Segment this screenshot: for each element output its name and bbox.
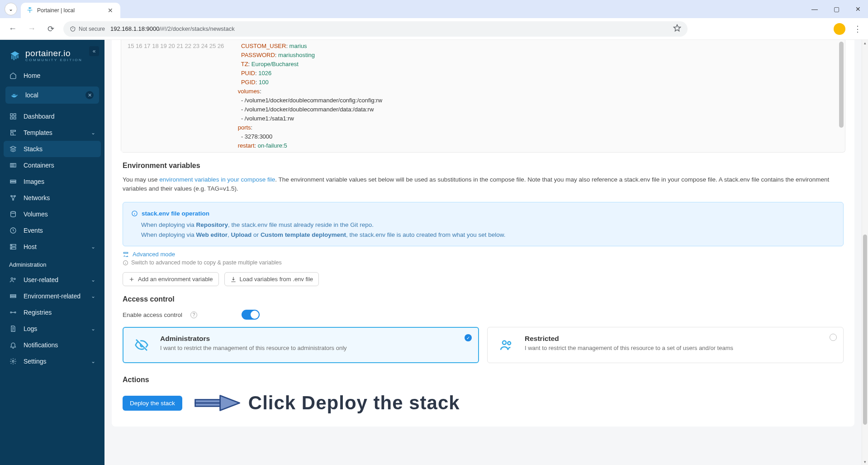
sidebar-item-registries[interactable]: Registries [0,304,104,321]
svg-point-16 [11,248,12,249]
sidebar-admin-label: Administration [0,255,104,272]
svg-rect-3 [10,117,13,119]
sidebar-item-label: Registries [24,309,52,316]
bell-icon [9,341,17,349]
sidebar-item-environment-related[interactable]: Environment-related⌄ [0,288,104,304]
radio-unchecked-icon [830,334,837,341]
compose-editor[interactable]: 15 16 17 18 19 20 21 22 23 24 25 26 CUST… [121,40,845,153]
advanced-mode-hint: Switch to advanced mode to copy & paste … [123,259,844,266]
tab-title: Portainer | local [37,7,75,14]
sidebar-item-stacks[interactable]: Stacks [4,141,101,157]
sidebar-item-images[interactable]: Images [0,173,104,190]
svg-point-10 [13,199,14,201]
add-env-variable-button[interactable]: Add an environment variable [123,272,219,286]
portainer-favicon [26,7,33,14]
tab-strip: ⌄ Portainer | local ✕ — ▢ ✕ [0,0,868,18]
editor-body[interactable]: CUSTOM_USER: marius PASSWORD: mariushost… [231,40,382,152]
window-close-icon[interactable]: ✕ [853,5,863,13]
tutorial-annotation: Click Deploy the stack [193,390,460,416]
sidebar-item-dashboard[interactable]: Dashboard [0,108,104,125]
window-minimize-icon[interactable]: — [809,5,820,13]
dashboard-icon [9,113,17,120]
sidebar-item-containers[interactable]: Containers [0,157,104,173]
sidebar-home-label: Home [24,72,40,79]
main-scrollbar[interactable]: ▴ ▾ [862,40,868,465]
window-maximize-icon[interactable]: ▢ [831,5,842,13]
sidebar-item-label: User-related [24,276,58,283]
reload-button[interactable]: ⟳ [44,23,57,35]
info-title: stack.env file operation [131,209,835,219]
access-administrators-card[interactable]: Administrators I want to restrict the ma… [123,327,479,363]
svg-point-27 [508,342,511,345]
sidebar-item-label: Host [24,243,37,250]
sidebar-item-label: Notifications [24,341,58,349]
back-button[interactable]: ← [6,23,19,35]
editor-scrollbar-thumb[interactable] [839,42,844,128]
sidebar-item-networks[interactable]: Networks [0,190,104,206]
sidebar-item-host[interactable]: Host⌄ [0,239,104,255]
svg-rect-6 [10,180,16,182]
address-bar[interactable]: Not secure 192.168.1.18:9000/#!/2/docker… [63,21,688,37]
users-icon [9,276,17,283]
sidebar-item-label: Stacks [24,145,43,153]
chevron-down-icon: ⌄ [91,326,95,332]
access-restricted-card[interactable]: Restricted I want to restrict the manage… [487,327,844,363]
eye-off-icon [131,335,152,355]
sidebar-item-notifications[interactable]: Notifications [0,337,104,353]
sidebar-item-volumes[interactable]: Volumes [0,206,104,222]
environment-variables-section: Environment variables You may use enviro… [112,153,854,286]
env-title: Environment variables [123,162,844,170]
help-icon[interactable]: ? [190,312,197,318]
registries-icon [9,309,17,316]
advanced-mode-link[interactable]: Advanced mode [123,251,844,258]
sidebar-home[interactable]: Home [0,67,104,84]
sidebar-item-label: Containers [24,162,54,169]
events-icon [9,227,17,234]
window-controls: — ▢ ✕ [809,5,863,13]
sidebar-environment[interactable]: local ✕ [5,86,99,104]
portainer-logo-icon [9,50,21,62]
security-indicator[interactable]: Not secure [70,26,105,32]
sidebar-item-label: Images [24,178,44,185]
browser-tab[interactable]: Portainer | local ✕ [21,3,120,18]
load-env-file-button[interactable]: Load variables from .env file [224,272,319,286]
chevron-down-icon: ⌄ [91,277,95,283]
sidebar-item-label: Volumes [24,211,48,218]
forward-button[interactable]: → [25,23,38,35]
templates-icon [9,129,17,136]
scrollbar-thumb[interactable] [863,235,867,425]
sidebar-item-logs[interactable]: Logs⌄ [0,321,104,337]
bookmark-star-icon[interactable] [673,24,681,34]
sidebar-collapse-button[interactable]: « [89,46,99,56]
sidebar-item-label: Settings [24,358,47,365]
brand[interactable]: portainer.io COMMUNITY EDITION « [0,43,104,65]
profile-avatar[interactable] [834,23,845,35]
actions-title: Actions [123,376,844,384]
sidebar-item-templates[interactable]: Templates⌄ [0,125,104,141]
browser-menu-icon[interactable]: ⋮ [854,24,862,34]
restricted-card-desc: I want to restrict the management of thi… [525,345,733,351]
access-control-toggle[interactable] [242,310,260,320]
brand-subtitle: COMMUNITY EDITION [25,58,82,62]
sidebar-item-label: Environment-related [24,292,81,300]
env-doc-link[interactable]: environment variables in your compose fi… [159,176,275,183]
environments-icon [9,292,17,300]
svg-rect-7 [10,182,16,183]
svg-point-22 [14,312,16,313]
volumes-icon [9,211,17,218]
main-content: 15 16 17 18 19 20 21 22 23 24 25 26 CUST… [104,40,868,465]
sidebar-item-user-related[interactable]: User-related⌄ [0,272,104,288]
annotation-text: Click Deploy the stack [248,392,460,414]
admin-card-desc: I want to restrict the management of thi… [160,345,347,351]
sidebar-item-events[interactable]: Events [0,222,104,239]
chevron-down-icon: ⌄ [91,244,95,250]
tab-close-icon[interactable]: ✕ [106,6,115,15]
browser-chrome: ⌄ Portainer | local ✕ — ▢ ✕ ← → ⟳ Not se… [0,0,868,40]
sidebar-item-settings[interactable]: Settings⌄ [0,353,104,369]
sidebar: portainer.io COMMUNITY EDITION « Home lo… [0,40,104,465]
environment-close-icon[interactable]: ✕ [85,91,94,99]
deploy-stack-button[interactable]: Deploy the stack [123,396,182,411]
svg-point-11 [11,211,16,213]
chevron-down-icon: ⌄ [91,358,95,364]
tab-search-button[interactable]: ⌄ [5,3,17,15]
